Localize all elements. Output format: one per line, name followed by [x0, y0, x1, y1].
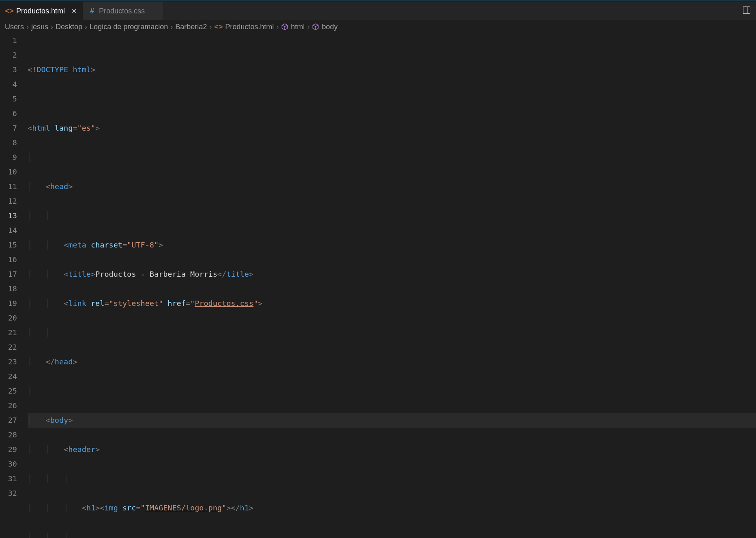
- breadcrumb-item[interactable]: Logica de programacion: [90, 23, 168, 31]
- code-editor[interactable]: 1234567891011121314151617181920212223242…: [0, 33, 756, 538]
- line-number: 18: [0, 282, 17, 296]
- code-line[interactable]: │ │ │: [28, 471, 756, 486]
- tab-label: Productos.html: [16, 7, 65, 15]
- line-number: 30: [0, 457, 17, 471]
- css-file-icon: #: [88, 7, 96, 15]
- code-line[interactable]: │ <body>: [28, 413, 756, 428]
- editor-actions: [743, 6, 756, 15]
- code-line[interactable]: <!DOCTYPE html>: [28, 62, 756, 77]
- breadcrumb: Users › jesus › Desktop › Logica de prog…: [0, 20, 756, 33]
- line-number: 2: [0, 48, 17, 62]
- line-number: 7: [0, 121, 17, 136]
- line-number: 20: [0, 311, 17, 325]
- html-file-icon: <>: [214, 23, 223, 31]
- chevron-right-icon: ›: [51, 23, 53, 31]
- line-number: 17: [0, 267, 17, 282]
- symbol-cube-icon: [281, 23, 288, 30]
- tab-productos-css[interactable]: # Productos.css ✕: [83, 2, 163, 20]
- code-line[interactable]: │ │: [28, 209, 756, 223]
- line-number: 5: [0, 92, 17, 106]
- line-number: 29: [0, 442, 17, 457]
- code-line[interactable]: │ │ <link rel="stylesheet" href="Product…: [28, 296, 756, 311]
- line-number: 23: [0, 355, 17, 369]
- code-line[interactable]: │ │ <title>Productos - Barberia Morris</…: [28, 267, 756, 282]
- code-line[interactable]: [28, 92, 756, 106]
- line-number: 24: [0, 369, 17, 384]
- line-number: 3: [0, 62, 17, 77]
- line-number: 25: [0, 384, 17, 398]
- line-number: 28: [0, 428, 17, 442]
- line-number: 22: [0, 340, 17, 355]
- code-line[interactable]: │: [28, 150, 756, 165]
- line-number: 19: [0, 296, 17, 311]
- breadcrumb-label: jesus: [31, 23, 48, 31]
- line-number: 8: [0, 136, 17, 150]
- breadcrumb-item[interactable]: html: [281, 23, 305, 31]
- code-line[interactable]: │ │ │ <h1><img src="IMAGENES/logo.png"><…: [28, 501, 756, 515]
- line-number: 16: [0, 252, 17, 267]
- line-number: 26: [0, 398, 17, 413]
- code-line[interactable]: │ │ <meta charset="UTF-8">: [28, 238, 756, 252]
- line-number: 10: [0, 165, 17, 179]
- line-number: 14: [0, 223, 17, 238]
- line-number: 31: [0, 471, 17, 486]
- tab-bar: <> Productos.html ✕ # Productos.css ✕: [0, 2, 756, 20]
- breadcrumb-label: Users: [5, 23, 24, 31]
- code-line[interactable]: │: [28, 384, 756, 398]
- chevron-right-icon: ›: [85, 23, 87, 31]
- code-line[interactable]: │ │: [28, 325, 756, 340]
- line-number: 4: [0, 77, 17, 92]
- breadcrumb-item[interactable]: Barberia2: [175, 23, 207, 31]
- line-number: 11: [0, 179, 17, 194]
- breadcrumb-item[interactable]: Desktop: [56, 23, 82, 31]
- breadcrumb-item[interactable]: jesus: [31, 23, 48, 31]
- breadcrumb-label: Barberia2: [175, 23, 207, 31]
- symbol-cube-icon: [312, 23, 319, 30]
- tab-label: Productos.css: [99, 7, 145, 15]
- chevron-right-icon: ›: [276, 23, 279, 31]
- chevron-right-icon: ›: [170, 23, 173, 31]
- breadcrumb-label: Productos.html: [225, 23, 274, 31]
- breadcrumb-item[interactable]: body: [312, 23, 337, 31]
- breadcrumb-label: html: [291, 23, 305, 31]
- code-line[interactable]: │ <head>: [28, 179, 756, 194]
- breadcrumb-label: Logica de programacion: [90, 23, 168, 31]
- line-number: 9: [0, 150, 17, 165]
- line-number: 1: [0, 33, 17, 48]
- line-number: 12: [0, 194, 17, 209]
- code-line[interactable]: │ │ <header>: [28, 442, 756, 457]
- code-line[interactable]: │ </head>: [28, 355, 756, 369]
- breadcrumb-item[interactable]: Users: [5, 23, 24, 31]
- html-file-icon: <>: [6, 7, 13, 15]
- chevron-right-icon: ›: [209, 23, 212, 31]
- code-area[interactable]: <!DOCTYPE html> <html lang="es"> │ │ <he…: [28, 33, 756, 538]
- line-number: 13: [0, 209, 17, 223]
- close-icon[interactable]: ✕: [71, 7, 77, 15]
- tab-productos-html[interactable]: <> Productos.html ✕: [0, 2, 83, 20]
- line-number: 6: [0, 106, 17, 121]
- line-number: 15: [0, 238, 17, 252]
- chevron-right-icon: ›: [307, 23, 309, 31]
- line-number: 32: [0, 486, 17, 501]
- breadcrumb-item[interactable]: <> Productos.html: [214, 23, 274, 31]
- split-editor-icon[interactable]: [743, 6, 750, 14]
- breadcrumb-label: body: [322, 23, 337, 31]
- code-line[interactable]: │ │ │: [28, 530, 756, 538]
- breadcrumb-label: Desktop: [56, 23, 82, 31]
- line-number-gutter: 1234567891011121314151617181920212223242…: [0, 33, 28, 538]
- code-line[interactable]: <html lang="es">: [28, 121, 756, 136]
- chevron-right-icon: ›: [26, 23, 29, 31]
- line-number: 21: [0, 325, 17, 340]
